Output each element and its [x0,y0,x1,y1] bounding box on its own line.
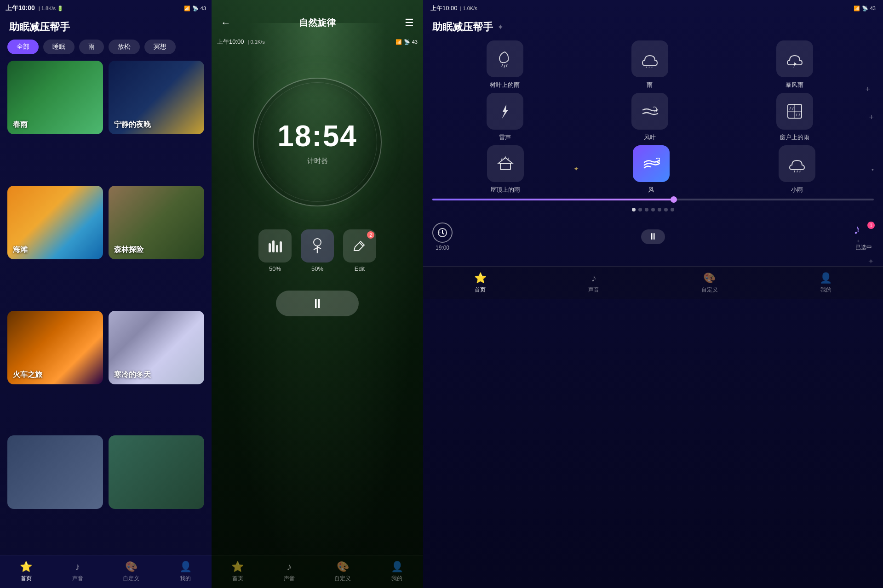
sound-row-0: 树叶上的雨 雨 暴风雨 + [423,40,883,91]
edit-icon [352,239,367,253]
menu-button[interactable]: ☰ [397,17,414,29]
storm-icon-box [776,40,813,77]
ctrl-nature[interactable]: 50% [301,229,334,272]
back-button[interactable]: ← [221,17,237,29]
dot-2[interactable] [645,208,648,211]
rain-icon-box [631,40,668,77]
svg-line-14 [651,67,652,68]
svg-line-12 [646,67,647,68]
nav-custom-2[interactable]: 🎨 自定义 [334,561,351,582]
status-bar-1: 上午10:00 | 1.8K/s 🔋 📶📡43 [0,0,212,17]
star-deco-2: ✦ [856,239,860,244]
p3-nav-mine[interactable]: 👤 我的 [820,272,832,294]
filter-relax[interactable]: 放松 [109,40,140,54]
filter-meditate[interactable]: 冥想 [144,40,176,54]
wind-icon-box [633,145,670,182]
grid-item-1[interactable]: 宁静的夜晚 [109,61,204,134]
panel-home: 上午10:00 | 1.8K/s 🔋 📶📡43 助眠减压帮手 全部 睡眠 雨 放… [0,0,212,588]
grid-item-0[interactable]: 春雨 [7,61,103,134]
volume-slider[interactable] [432,199,874,200]
svg-rect-0 [269,243,271,252]
ctrl-eq-pct: 50% [269,265,281,272]
nav-sound-1[interactable]: ♪ 声音 [72,561,83,582]
play-btn-area: ⏸ [212,291,423,316]
leaf-rain-icon [496,50,514,68]
rain-icon [641,50,659,68]
selected-sounds-button[interactable]: ♪ 1 已选中 [854,222,874,251]
timer-display: 18:54 [277,119,357,153]
ctrl-equalizer[interactable]: 50% [258,229,292,272]
page-dots [423,200,883,216]
nav-mine-2[interactable]: 👤 我的 [391,561,403,582]
grid-item-3[interactable]: 森林探险 [109,186,204,259]
grid-label-1: 宁静的夜晚 [114,120,151,130]
nav-home-1[interactable]: ⭐ 首页 [20,561,32,582]
selected-count-badge: 1 [867,222,875,229]
grid-item-6[interactable] [7,435,103,509]
grid-item-5[interactable]: 寒冷的冬天 [109,311,204,384]
dot-6[interactable] [671,208,674,211]
p3-nav-custom[interactable]: 🎨 自定义 [701,272,718,294]
custom-icon-2: 🎨 [337,561,349,573]
dot-1[interactable] [638,208,642,211]
light-rain-icon-box [779,145,815,182]
timer-circle-area: 18:54 计时器 [212,78,423,206]
dot-4[interactable] [658,208,661,211]
play-pause-button[interactable]: ⏸ [276,291,359,316]
p3-nav-sound[interactable]: ♪ 声音 [588,272,599,294]
grid-item-7[interactable] [109,435,204,509]
filter-rain[interactable]: 雨 [79,40,104,54]
nav-mine-1[interactable]: 👤 我的 [179,561,192,582]
nav-home-2[interactable]: ⭐ 首页 [231,561,244,582]
roof-rain-icon [497,155,514,172]
grid-item-4[interactable]: 火车之旅 [7,311,103,384]
svg-point-4 [314,239,321,246]
svg-line-18 [790,107,791,110]
ctrl-edit-label: Edit [355,265,365,272]
sound-wind[interactable]: 风 [578,145,724,194]
filter-all[interactable]: 全部 [7,40,39,54]
svg-line-31 [442,233,444,234]
nav-sound-2[interactable]: ♪ 声音 [284,561,295,582]
player-control-bar: 19:00 ⏸ ♪ 1 已选中 [423,216,883,257]
player-title: 自然旋律 [237,17,397,29]
add-icon-row1[interactable]: + [869,113,874,122]
svg-line-20 [796,114,797,116]
sound-window-rain[interactable]: 窗户上的雨 [722,93,867,142]
time-1: 上午10:00 [6,4,35,12]
equalizer-icon [267,238,283,254]
sound-leaf-rain[interactable]: 树叶上的雨 [432,40,577,89]
sound-thunder[interactable]: 雷声 [432,93,577,142]
leaf-rain-label: 树叶上的雨 [490,81,520,89]
home-icon-1: ⭐ [20,561,32,573]
edit-badge: 2 [367,231,374,239]
dot-3[interactable] [651,208,655,211]
sound-rain[interactable]: 雨 [577,40,722,89]
bottom-nav-1: ⭐ 首页 ♪ 声音 🎨 自定义 👤 我的 [0,555,212,588]
p3-app-title: 助眠减压帮手 ✦ [423,17,883,40]
sound-icon-2: ♪ [287,561,292,573]
sound-light-rain[interactable]: 小雨 [724,145,870,194]
sound-wind-leaf[interactable]: 风叶 [577,93,722,142]
timer-button[interactable]: 19:00 [432,223,453,251]
nav-custom-1[interactable]: 🎨 自定义 [123,561,139,582]
grid-item-2[interactable]: 海滩 [7,186,103,259]
bottom-nav-3: ⭐ 首页 ♪ 声音 🎨 自定义 👤 我的 [423,266,883,299]
add-icon-row2[interactable]: • [872,166,874,173]
filter-sleep[interactable]: 睡眠 [43,40,75,54]
thunder-icon-box [487,93,523,130]
volume-thumb[interactable] [671,196,677,203]
custom-icon-1: 🎨 [125,561,138,573]
sound-roof-rain[interactable]: 屋顶上的雨 [432,145,578,194]
music-note-icon: ♪ [854,222,860,237]
sound-storm[interactable]: 暴风雨 [722,40,867,89]
p3-nav-home[interactable]: ⭐ 首页 [474,272,487,294]
timer-sublabel: 计时器 [307,157,328,166]
dot-5[interactable] [664,208,668,211]
dot-0[interactable] [632,208,636,211]
ctrl-edit[interactable]: 2 Edit [343,229,376,272]
p3-play-pause-button[interactable]: ⏸ [641,229,665,244]
filter-row: 全部 睡眠 雨 放松 冥想 [0,40,212,61]
star-deco-1: ✦ [437,229,442,236]
svg-rect-2 [276,245,278,252]
